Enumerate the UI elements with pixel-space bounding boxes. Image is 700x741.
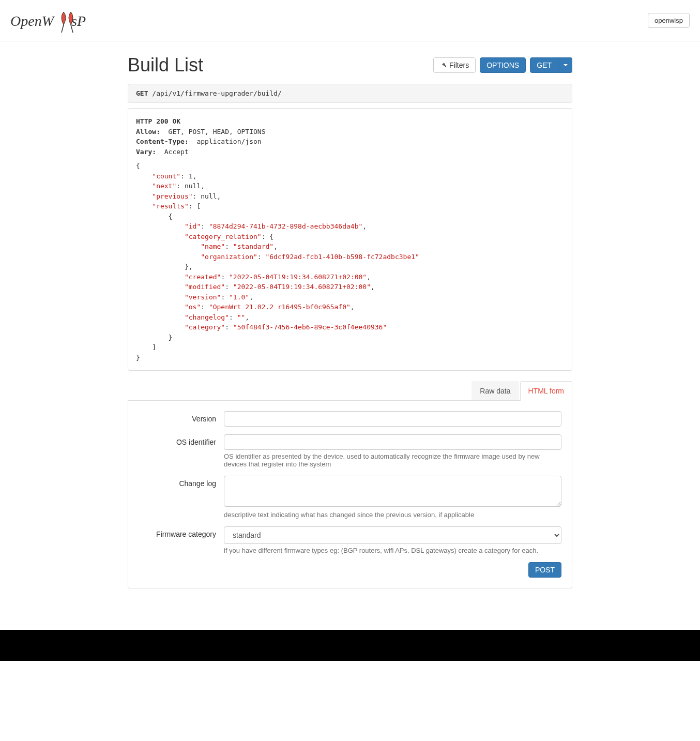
form-actions: POST (139, 562, 561, 578)
tabs: Raw data HTML form (128, 381, 572, 401)
filters-button[interactable]: Filters (433, 57, 476, 73)
form-group-changelog: Change log descriptive text indicating w… (139, 476, 561, 519)
svg-text:sP: sP (71, 13, 86, 29)
footer (0, 630, 700, 661)
changelog-label: Change log (139, 476, 224, 519)
form-group-os: OS identifier OS identifier as presented… (139, 434, 561, 468)
form-panel: Version OS identifier OS identifier as p… (128, 401, 572, 588)
post-button[interactable]: POST (528, 562, 561, 578)
os-help: OS identifier as presented by the device… (224, 452, 561, 468)
tab-html-form[interactable]: HTML form (520, 381, 572, 401)
request-info: GET /api/v1/firmware-upgrader/build/ (128, 84, 572, 103)
form-group-category: Firmware category standard if you have d… (139, 526, 561, 554)
category-help: if you have different firmware types eg:… (224, 547, 561, 554)
request-path: /api/v1/firmware-upgrader/build/ (152, 89, 281, 97)
version-label: Version (139, 411, 224, 427)
page-header: Build List Filters OPTIONS GET (128, 54, 572, 76)
options-button[interactable]: OPTIONS (480, 57, 526, 73)
category-select[interactable]: standard (224, 526, 561, 544)
filters-label: Filters (449, 61, 469, 69)
header-actions: Filters OPTIONS GET (433, 57, 572, 73)
os-label: OS identifier (139, 434, 224, 468)
category-label: Firmware category (139, 526, 224, 554)
changelog-help: descriptive text indicating what has cha… (224, 511, 561, 519)
navbar: OpenW sP openwisp (0, 0, 700, 41)
version-input[interactable] (224, 411, 561, 427)
wrench-icon (440, 62, 447, 69)
get-button-group: GET (530, 57, 572, 73)
form-group-version: Version (139, 411, 561, 427)
tab-raw-data[interactable]: Raw data (471, 381, 519, 400)
caret-down-icon (564, 64, 568, 66)
changelog-input[interactable] (224, 476, 561, 507)
os-input[interactable] (224, 434, 561, 450)
user-menu-button[interactable]: openwisp (648, 13, 690, 28)
logo[interactable]: OpenW sP (10, 4, 114, 37)
get-dropdown-toggle[interactable] (558, 57, 572, 73)
get-button[interactable]: GET (530, 57, 558, 73)
svg-text:OpenW: OpenW (10, 13, 55, 29)
response-info: HTTP 200 OK Allow: GET, POST, HEAD, OPTI… (128, 108, 572, 371)
svg-line-2 (62, 25, 64, 33)
page-title: Build List (128, 54, 203, 76)
request-method: GET (136, 89, 148, 97)
